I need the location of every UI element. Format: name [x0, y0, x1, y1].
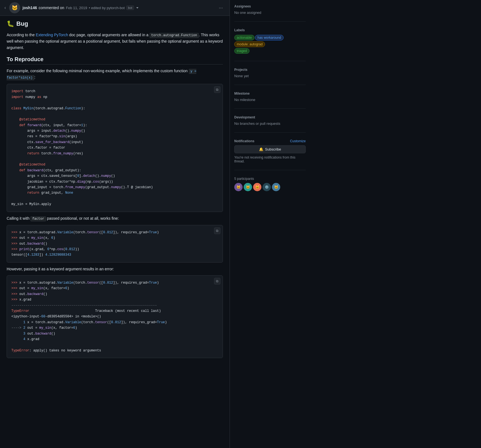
- positional-paragraph: Calling it with factor passed positional…: [7, 215, 223, 222]
- sidebar-milestone: Milestone No milestone: [234, 92, 306, 109]
- development-value: No branches or pull requests: [234, 121, 306, 126]
- username[interactable]: josh146: [22, 6, 37, 10]
- copy-button-1[interactable]: ⧉: [214, 86, 220, 93]
- code-block-3: ⧉ >>> x = torch.autograd.Variable(torch.…: [7, 275, 223, 358]
- labels-title: Labels: [234, 28, 306, 32]
- label-has-workaround[interactable]: has workaround: [255, 35, 284, 40]
- sidebar-participants: 5 participants 🐱 🐱 🐱 ⚙️ 🐱: [234, 177, 306, 198]
- factor-code-inline: factor: [30, 216, 46, 221]
- sidebar-notifications: Notifications Customize 🔔 Subscribe You'…: [234, 139, 306, 170]
- assignees-title: Assignees: [234, 4, 306, 8]
- comment-meta: josh146 commented on Feb 11, 2019 • edit…: [22, 6, 214, 10]
- milestone-title: Milestone: [234, 92, 306, 95]
- bug-title: 🐛 Bug: [7, 20, 223, 27]
- projects-value: None yet: [234, 74, 306, 78]
- intro-paragraph: According to the Extending PyTorch doc p…: [7, 32, 223, 51]
- section-intro-paragraph: For example, consider the following mini…: [7, 68, 223, 81]
- milestone-value: No milestone: [234, 98, 306, 102]
- notifications-title: Notifications: [234, 139, 254, 143]
- autograd-function-code: torch.autograd.Function: [150, 33, 199, 38]
- sidebar: Assignees No one assigned Labels actiona…: [230, 0, 310, 448]
- label-actionable[interactable]: actionable: [234, 35, 254, 40]
- participant-5[interactable]: 🐱: [272, 183, 280, 191]
- extending-pytorch-link[interactable]: Extending PyTorch: [36, 33, 68, 37]
- projects-title: Projects: [234, 68, 306, 72]
- code-block-2: ⧉ >>> x = torch.autograd.Variable(torch.…: [7, 225, 223, 263]
- bot-badge: bot: [126, 6, 134, 10]
- copy-button-3[interactable]: ⧉: [214, 278, 220, 284]
- subscribe-button[interactable]: 🔔 Subscribe: [234, 145, 306, 153]
- subscribe-label: Subscribe: [265, 147, 281, 151]
- customize-link[interactable]: Customize: [290, 139, 306, 143]
- participant-1[interactable]: 🐱: [234, 183, 243, 191]
- development-title: Development: [234, 115, 306, 119]
- to-reproduce-heading: To Reproduce: [7, 56, 223, 64]
- code-pre-1: import torch import numpy as np class My…: [7, 84, 223, 211]
- bell-icon: 🔔: [259, 147, 263, 151]
- comment-date: Feb 11, 2019: [66, 6, 87, 10]
- bug-title-text: Bug: [16, 20, 28, 27]
- avatar: 🐱: [9, 2, 20, 13]
- sidebar-assignees: Assignees No one assigned: [234, 4, 306, 22]
- participant-2[interactable]: 🐱: [244, 183, 252, 191]
- comment-body: 🐛 Bug According to the Extending PyTorch…: [0, 16, 230, 366]
- participant-4[interactable]: ⚙️: [263, 183, 271, 191]
- participant-3[interactable]: 🐱: [253, 183, 261, 191]
- notification-hint: You're not receiving notifications from …: [234, 156, 306, 163]
- code-block-1: ⧉ import torch import numpy as np class …: [7, 84, 223, 212]
- keyword-paragraph: However, passing it as a keyword argumen…: [7, 266, 223, 272]
- sidebar-development: Development No branches or pull requests: [234, 115, 306, 133]
- labels-container: actionablehas workaroundmodule: autograd…: [234, 34, 306, 54]
- assignees-value: No one assigned: [234, 11, 306, 15]
- sidebar-projects: Projects None yet: [234, 68, 306, 85]
- chevron-down-icon[interactable]: [136, 7, 138, 9]
- comment-action: commented on: [38, 6, 64, 10]
- copy-button-2[interactable]: ⧉: [214, 227, 220, 234]
- label-module-autograd[interactable]: module: autograd: [234, 42, 265, 47]
- edit-info: • edited by pytorch-bot: [89, 6, 125, 10]
- code-pre-2: >>> x = torch.autograd.Variable(torch.te…: [7, 225, 223, 262]
- more-options-button[interactable]: ···: [217, 4, 225, 12]
- bug-emoji: 🐛: [7, 20, 14, 27]
- sidebar-labels: Labels actionablehas workaroundmodule: a…: [234, 28, 306, 61]
- participants-row: 🐱 🐱 🐱 ⚙️ 🐱: [234, 183, 306, 191]
- notifications-header: Notifications Customize: [234, 139, 306, 143]
- label-triaged[interactable]: triaged: [234, 48, 249, 54]
- back-arrow-icon[interactable]: ‹: [4, 5, 6, 10]
- comment-header: ‹ 🐱 josh146 commented on Feb 11, 2019 • …: [0, 0, 230, 16]
- code-pre-3: >>> x = torch.autograd.Variable(torch.te…: [7, 276, 223, 358]
- participants-count: 5 participants: [234, 177, 306, 181]
